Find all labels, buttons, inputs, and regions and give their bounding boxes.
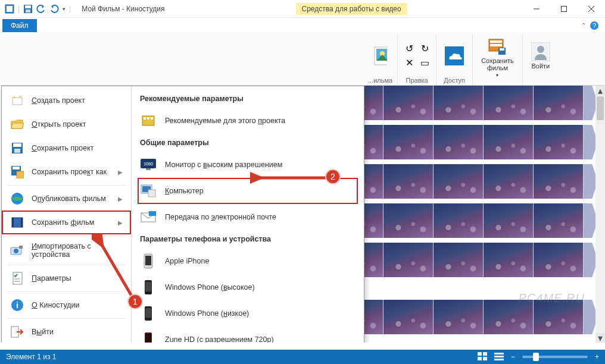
ribbon-group-film: ...ильма xyxy=(363,34,398,85)
ribbon-group-label: ...ильма xyxy=(368,76,392,84)
opt-wp-low[interactable]: Windows Phone (низкое) xyxy=(132,300,364,327)
maximize-button[interactable] xyxy=(550,0,578,18)
file-menu-popup: Создать проектОткрыть проектСохранить пр… xyxy=(1,86,364,343)
ribbon-tabs: Файл ˆ ? xyxy=(0,18,605,32)
save-icon[interactable] xyxy=(23,4,33,14)
svg-rect-36 xyxy=(13,272,22,284)
svg-rect-51 xyxy=(148,190,155,197)
delete-icon[interactable]: ✕ xyxy=(403,57,416,70)
annotation-badge-1: 1 xyxy=(127,294,143,309)
ribbon-group-access: Доступ xyxy=(436,34,473,85)
svg-rect-68 xyxy=(494,353,504,354)
globe-icon xyxy=(10,192,24,206)
svg-rect-70 xyxy=(494,359,504,360)
opt-label: Windows Phone (низкое) xyxy=(165,309,249,318)
svg-rect-61 xyxy=(145,334,151,342)
submenu-arrow-icon: ▶ xyxy=(118,219,123,226)
file-menu-item[interactable]: Открыть проект xyxy=(2,112,131,136)
opt-label: Windows Phone (высокое) xyxy=(165,283,255,291)
file-menu-item[interactable]: Опубликовать фильм▶ xyxy=(2,187,131,211)
status-text: Элемент 1 из 1 xyxy=(6,353,57,361)
rotate-left-icon[interactable]: ↺ xyxy=(403,42,416,55)
titlebar: | ▾ | Мой Фильм - Киностудия Средства дл… xyxy=(0,0,605,18)
save-movie-label: Сохранить фильм xyxy=(481,57,514,71)
opt-wp-high[interactable]: Windows Phone (высокое) xyxy=(132,274,364,300)
zoom-out-icon[interactable]: − xyxy=(511,353,515,361)
clip-strip[interactable] xyxy=(333,86,598,120)
vertical-scrollbar[interactable]: ▴ ▾ xyxy=(595,86,605,343)
onedrive-button[interactable] xyxy=(441,45,467,67)
svg-rect-57 xyxy=(145,282,151,291)
view-list-icon[interactable] xyxy=(494,352,504,362)
zoom-slider[interactable] xyxy=(522,356,588,358)
menu-item-label: Сохранить проект xyxy=(32,144,94,152)
select-all-icon[interactable]: ▭ xyxy=(418,57,431,70)
svg-point-21 xyxy=(537,46,544,53)
status-bar: Элемент 1 из 1 − + xyxy=(0,350,605,364)
scroll-up-icon[interactable]: ▴ xyxy=(595,86,605,95)
save-movie-button[interactable]: Сохранить фильм ▾ xyxy=(478,36,517,79)
zoom-in-icon[interactable]: + xyxy=(595,353,599,361)
opt-label: Zune HD (с разрешением 720р) xyxy=(165,335,274,343)
opt-zune[interactable]: Zune HD (с разрешением 720р) xyxy=(132,327,364,343)
svg-rect-48 xyxy=(146,168,151,170)
view-thumbnails-icon[interactable] xyxy=(478,352,487,362)
quick-access-toolbar: | ▾ | xyxy=(0,4,76,14)
menu-item-label: Сохранить проект как xyxy=(32,168,107,176)
annotation-badge-2: 2 xyxy=(325,169,341,184)
svg-rect-31 xyxy=(12,218,14,227)
svg-text:1080: 1080 xyxy=(144,162,153,166)
svg-rect-59 xyxy=(145,308,151,318)
sparkle-icon xyxy=(10,93,24,108)
close-button[interactable] xyxy=(578,0,605,18)
menu-item-label: Сохранить фильм xyxy=(32,218,94,227)
opt-iphone[interactable]: Apple iPhone xyxy=(132,248,364,274)
tab-file[interactable]: Файл xyxy=(2,19,37,32)
clip-strip[interactable] xyxy=(333,203,598,238)
clip-strip[interactable] xyxy=(333,243,598,277)
svg-rect-25 xyxy=(14,149,20,153)
rotate-right-icon[interactable]: ↻ xyxy=(418,42,431,55)
collapse-ribbon-icon[interactable]: ˆ xyxy=(582,23,585,31)
opt-recommended-project[interactable]: Рекомендуемые для этого проектаРекоменду… xyxy=(132,108,364,134)
file-menu-item[interactable]: Выйти xyxy=(2,320,131,343)
work-area: ▴ ▾ PC4ME.RU Создать проектОткрыть проек… xyxy=(0,86,605,343)
scroll-down-icon[interactable]: ▾ xyxy=(595,333,605,343)
svg-rect-16 xyxy=(490,40,502,43)
divider: | xyxy=(18,5,20,13)
svg-rect-22 xyxy=(13,98,22,105)
file-menu-item[interactable]: Сохранить фильм▶ xyxy=(2,211,131,234)
file-menu-item[interactable]: Сохранить проект xyxy=(2,136,131,160)
undo-icon[interactable] xyxy=(36,4,46,14)
svg-rect-67 xyxy=(483,357,487,360)
help-icon[interactable]: ? xyxy=(590,21,599,32)
redo-icon[interactable] xyxy=(49,4,59,14)
zoom-slider-knob[interactable] xyxy=(533,353,539,361)
svg-rect-28 xyxy=(17,171,24,178)
thumbnail-icon[interactable] xyxy=(374,49,387,62)
minimize-button[interactable] xyxy=(523,0,550,18)
ribbon: ...ильма ↺↻ ✕▭ Правка Доступ Сохранить ф… xyxy=(0,32,605,86)
menu-item-label: О Киностудии xyxy=(32,301,80,309)
svg-rect-44 xyxy=(147,117,149,120)
scrollbar-thumb[interactable] xyxy=(597,96,604,120)
file-menu-item[interactable]: Сохранить проект как▶ xyxy=(2,160,131,184)
chevron-down-icon: ▾ xyxy=(496,73,498,78)
menu-item-label: Создать проект xyxy=(32,96,85,105)
opt-label: Компьютер xyxy=(165,187,204,195)
login-button[interactable]: Войти xyxy=(528,41,554,71)
watermark: PC4ME.RU xyxy=(519,291,585,305)
svg-rect-27 xyxy=(13,167,20,170)
exit-icon xyxy=(10,325,24,339)
window-controls xyxy=(523,0,605,18)
clip-strip[interactable] xyxy=(333,164,598,199)
svg-rect-4 xyxy=(26,10,30,12)
opt-email[interactable]: Передача по электронной почте xyxy=(132,204,364,230)
qat-expand-icon[interactable]: ▾ xyxy=(63,6,66,12)
svg-point-34 xyxy=(14,249,18,253)
info-icon: i xyxy=(10,298,24,312)
clip-strip[interactable] xyxy=(333,125,598,159)
file-menu-item[interactable]: Создать проект xyxy=(2,89,131,112)
svg-rect-3 xyxy=(25,5,31,8)
folder-open-icon xyxy=(10,117,24,131)
